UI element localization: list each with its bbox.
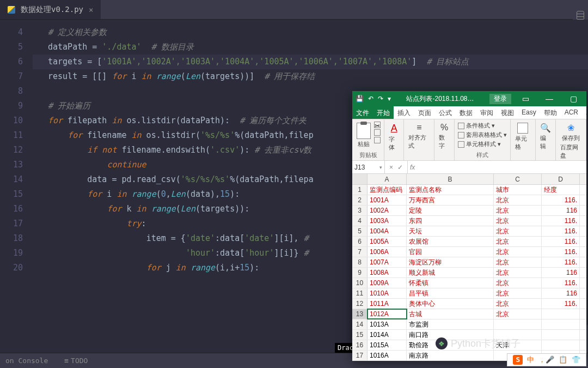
sogou-icon[interactable]: S [513,355,523,365]
row-header[interactable]: 12 [352,299,367,309]
cell[interactable]: 万寿西宫 [407,195,494,205]
cell[interactable]: 古城 [407,309,494,319]
namebox-dropdown-icon[interactable]: ▾ [379,165,382,170]
cell[interactable]: 1015A [367,340,407,350]
cell[interactable] [542,319,580,329]
number-button[interactable]: %数字 [438,122,450,151]
cell[interactable]: 经度 [542,185,580,195]
tab-xlt[interactable]: XL T [582,106,586,119]
cell[interactable]: 北京 [494,299,542,309]
col-header-d[interactable]: D [542,174,580,184]
qat-dropdown-icon[interactable]: ▾ [388,95,391,102]
minimize-icon[interactable]: — [540,94,559,103]
row-header[interactable]: 11 [352,288,367,298]
row-header[interactable]: 3 [352,206,367,215]
col-header-c[interactable]: C [494,174,542,184]
cell[interactable]: 116. [542,216,580,226]
tab-data[interactable]: 数据 [456,106,476,119]
cell[interactable]: 1012A [367,309,407,319]
cell[interactable]: 北京 [494,195,542,205]
cell[interactable]: 北京 [494,278,542,288]
database-icon[interactable] [577,11,584,20]
ime-lang[interactable]: 中 [527,355,534,365]
cell[interactable]: 北京 [494,226,542,236]
row-header[interactable]: 15 [352,330,367,340]
cell[interactable]: 城市 [494,185,542,195]
fx-label[interactable]: fx [408,161,417,173]
align-button[interactable]: ≡对齐方式 [407,122,431,151]
cell[interactable]: 1004A [367,226,407,236]
cell[interactable]: 北京 [494,247,542,257]
cell[interactable]: 116. [542,299,580,309]
redo-icon[interactable]: ↷ [378,95,383,102]
cell[interactable]: 1008A [367,268,407,277]
excel-titlebar[interactable]: 💾 ↶ ↷ ▾ 站点列表-2018.11.08… 登录 ▭ — ▢ [352,91,586,106]
cell[interactable]: 116 [542,206,580,215]
tab-home[interactable]: 开始 [373,106,394,119]
cell-style-button[interactable]: 单元格样式▾ [458,140,507,148]
autosave-icon[interactable]: 💾 [356,95,364,102]
cell[interactable]: 1001A [367,195,407,205]
login-button[interactable]: 登录 [489,94,511,104]
tab-file[interactable]: 文件 [352,106,373,119]
row-header[interactable]: 16 [352,340,367,350]
cell[interactable]: 1013A [367,319,407,329]
row-header[interactable]: 14 [352,319,367,329]
row-header[interactable]: 17 [352,351,367,360]
cell[interactable]: 1009A [367,278,407,288]
baidu-save-button[interactable]: ❀保存到百度网盘 [559,122,583,161]
font-button[interactable]: A字体 [388,122,400,153]
cell[interactable]: 天坛 [407,226,494,236]
col-header-b[interactable]: B [407,174,494,184]
cancel-formula-icon[interactable]: × [389,164,393,171]
paste-button[interactable]: 粘贴 [356,122,372,149]
cell[interactable]: 北京 [494,206,542,215]
cell[interactable]: 116. [542,195,580,205]
cell[interactable]: 监测点名称 [407,185,494,195]
cell[interactable]: 1011A [367,299,407,309]
cell[interactable]: 顺义新城 [407,268,494,277]
format-painter-icon[interactable] [374,137,381,143]
cell[interactable]: 1002A [367,206,407,215]
cell[interactable]: 昌平镇 [407,288,494,298]
cell[interactable]: 怀柔镇 [407,278,494,288]
cell[interactable]: 116 [542,288,580,298]
cell[interactable]: 海淀区万柳 [407,257,494,267]
editing-button[interactable]: 🔍编辑 [539,122,552,152]
ribbon-options-icon[interactable]: ▭ [516,94,535,103]
cell[interactable]: 1003A [367,216,407,226]
accept-formula-icon[interactable]: ✓ [397,164,403,171]
cell[interactable]: 116. [542,257,580,267]
cell[interactable]: 南京路 [407,351,494,360]
maximize-icon[interactable]: ▢ [564,94,583,103]
cell[interactable]: 市监测 [407,319,494,329]
cells-button[interactable]: 单元格 [514,122,532,152]
tab-acr[interactable]: ACR [561,106,582,119]
cell[interactable]: 农展馆 [407,237,494,246]
tab-easy[interactable]: Easy [518,106,540,119]
row-header[interactable]: 7 [352,247,367,257]
cell[interactable]: 1016A [367,351,407,360]
file-tab[interactable]: 数据处理v0.2.py × [0,0,101,19]
cell[interactable]: 东四 [407,216,494,226]
cell[interactable]: 116. [542,247,580,257]
col-header-a[interactable]: A [367,174,407,184]
cell[interactable] [494,319,542,329]
row-header[interactable]: 2 [352,195,367,205]
python-console-tool[interactable]: on Console [5,357,48,365]
todo-tool[interactable]: ≡TODO [64,357,88,365]
cell[interactable]: 116 [542,268,580,277]
cell[interactable]: 1005A [367,237,407,246]
cell[interactable] [542,340,580,350]
cut-icon[interactable]: ✂ [374,122,381,128]
formula-input[interactable] [417,161,586,173]
cell[interactable]: 奥体中心 [407,299,494,309]
cell[interactable]: 北京 [494,309,542,319]
row-header[interactable]: 6 [352,237,367,246]
cell[interactable]: 116. [542,278,580,288]
row-header[interactable]: 13 [352,309,367,319]
tab-help[interactable]: 帮助 [540,106,561,119]
cond-format-button[interactable]: 条件格式▾ [458,122,507,130]
cell[interactable]: 北京 [494,257,542,267]
row-header[interactable]: 1 [352,185,367,195]
